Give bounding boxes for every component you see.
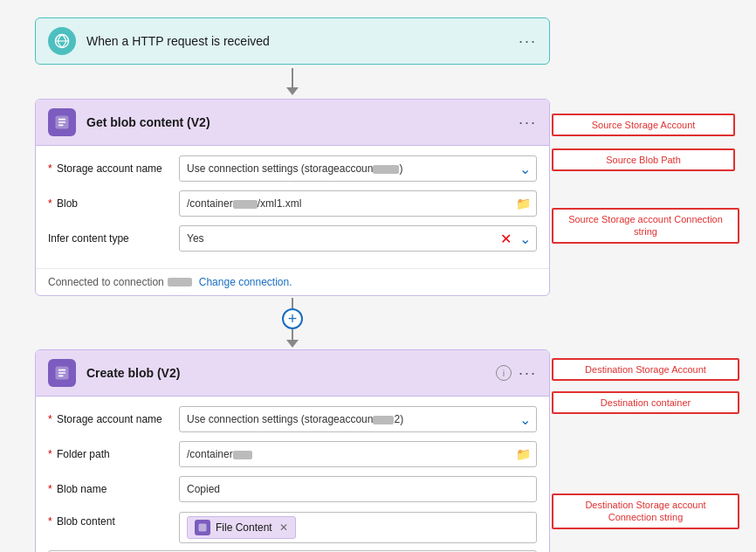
- http-trigger-card: When a HTTP request is received ···: [35, 17, 550, 65]
- http-icon-svg: [54, 33, 70, 49]
- infer-clear-icon[interactable]: ✕: [500, 231, 512, 247]
- http-trigger-icon: [48, 27, 76, 55]
- blob-name-value: Copied: [187, 483, 529, 495]
- create-blob-icon: [48, 359, 76, 387]
- masked-text-1: [373, 165, 399, 174]
- add-action-button[interactable]: +: [282, 308, 303, 329]
- annotation-dest-container: Destination container: [552, 391, 739, 414]
- blob-folder-icon[interactable]: 📁: [516, 197, 531, 210]
- blob-label: * Blob: [48, 197, 179, 210]
- folder-path-row: * Folder path /container 📁: [48, 440, 537, 468]
- storage-account-input[interactable]: Use connection settings (storageaccoun) …: [179, 155, 537, 182]
- arrow-connector-1: [35, 68, 550, 95]
- create-blob-info-icon[interactable]: i: [496, 365, 512, 381]
- blob-content-input[interactable]: File Content ✕: [179, 512, 537, 543]
- http-trigger-title: When a HTTP request is received: [86, 34, 519, 48]
- blob-input[interactable]: /container/xml1.xml 📁: [179, 190, 537, 217]
- get-blob-card: Get blob content (V2) ··· * Storage acco…: [35, 99, 550, 296]
- plus-arrow-head: [286, 340, 299, 348]
- required-star-3: *: [48, 413, 52, 425]
- required-star-5: *: [48, 483, 52, 495]
- infer-content-row: Infer content type Yes ⌄ ✕: [48, 224, 537, 252]
- annotation-dest-storage-account: Destination Storage Account: [552, 358, 739, 381]
- get-blob-form: * Storage account name Use connection se…: [36, 146, 549, 268]
- create-blob-header: Create blob (V2) i ···: [36, 350, 549, 397]
- folder-path-label: * Folder path: [48, 448, 179, 460]
- infer-label: Infer content type: [48, 232, 179, 245]
- blob-content-label: * Blob content: [48, 512, 179, 528]
- dest-storage-account-input[interactable]: Use connection settings (storageaccoun2)…: [179, 406, 537, 432]
- dest-storage-account-row: * Storage account name Use connection se…: [48, 405, 537, 433]
- annotation-source-storage-account: Source Storage Account: [552, 114, 735, 136]
- plus-line-top: [292, 298, 293, 308]
- file-content-tag: File Content ✕: [187, 516, 296, 539]
- connection-masked: [168, 278, 192, 286]
- storage-account-row: * Storage account name Use connection se…: [48, 155, 537, 183]
- create-blob-icon-svg: [53, 364, 71, 382]
- file-content-tag-label: File Content: [216, 521, 272, 534]
- svg-rect-4: [199, 524, 207, 532]
- folder-path-folder-icon[interactable]: 📁: [516, 447, 531, 461]
- annotation-source-blob-path: Source Blob Path: [552, 148, 735, 171]
- dest-storage-account-label: * Storage account name: [48, 413, 179, 425]
- masked-text-4: [233, 451, 252, 459]
- infer-input[interactable]: Yes ⌄ ✕: [179, 225, 537, 252]
- folder-path-input[interactable]: /container 📁: [179, 441, 537, 467]
- masked-text-2: [233, 200, 258, 209]
- create-blob-more[interactable]: ···: [519, 364, 537, 383]
- file-content-tag-close[interactable]: ✕: [279, 521, 288, 534]
- required-star-2: *: [48, 197, 52, 210]
- file-content-tag-icon: [195, 520, 210, 535]
- get-blob-header: Get blob content (V2) ···: [36, 100, 549, 146]
- required-star-1: *: [48, 162, 52, 175]
- masked-text-3: [373, 416, 394, 424]
- blob-icon-svg: [53, 114, 71, 131]
- dest-storage-account-value: Use connection settings (storageaccoun2): [187, 413, 510, 425]
- create-blob-card: Create blob (V2) i ··· * Storage account…: [35, 349, 550, 552]
- get-blob-title: Get blob content (V2): [86, 115, 519, 129]
- create-blob-title: Create blob (V2): [86, 366, 496, 380]
- storage-account-dropdown-arrow[interactable]: ⌄: [519, 161, 531, 177]
- blob-value: /container/xml1.xml: [187, 197, 510, 210]
- get-blob-more[interactable]: ···: [519, 114, 537, 132]
- get-blob-connection-row: Connected to connection Change connectio…: [36, 268, 549, 295]
- get-blob-change-connection[interactable]: Change connection.: [199, 276, 292, 288]
- required-star-6: *: [48, 515, 52, 528]
- plus-line-bottom: [292, 329, 293, 340]
- blob-content-row: * Blob content File Content ✕: [48, 510, 537, 543]
- blob-name-label: * Blob name: [48, 483, 179, 495]
- create-blob-form: * Storage account name Use connection se…: [36, 397, 549, 552]
- storage-account-value: Use connection settings (storageaccoun): [187, 162, 510, 175]
- plus-connector: +: [35, 298, 550, 348]
- dest-storage-dropdown-arrow[interactable]: ⌄: [519, 411, 531, 428]
- http-trigger-more[interactable]: ···: [519, 32, 537, 51]
- infer-dropdown-arrow[interactable]: ⌄: [519, 231, 531, 247]
- folder-path-value: /container: [187, 448, 510, 460]
- storage-account-label: * Storage account name: [48, 162, 179, 175]
- blob-name-input[interactable]: Copied: [179, 476, 537, 502]
- required-star-4: *: [48, 448, 52, 460]
- blob-row: * Blob /container/xml1.xml 📁: [48, 190, 537, 217]
- annotation-dest-connection-string: Destination Storage account Connection s…: [552, 493, 739, 529]
- blob-name-row: * Blob name Copied: [48, 475, 537, 503]
- annotation-source-connection-string: Source Storage account Connection string: [552, 208, 739, 244]
- get-blob-icon: [48, 108, 76, 136]
- infer-value: Yes: [187, 232, 510, 245]
